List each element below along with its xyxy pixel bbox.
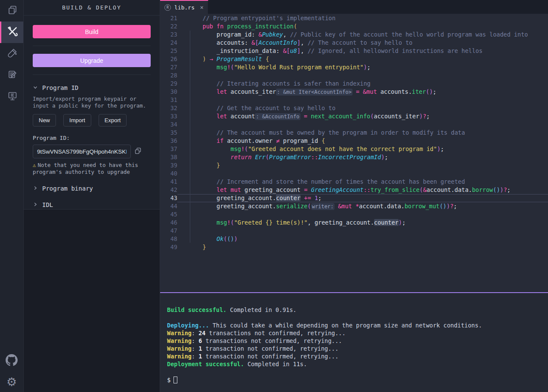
chevron-right-icon (33, 185, 38, 192)
line-number: 34 (160, 120, 177, 129)
idl-section-toggle[interactable]: IDL (33, 201, 151, 208)
code-text: greeting_account.counter += 1; (177, 194, 548, 202)
code-line[interactable]: 33 let account: &AccountInfo = next_acco… (160, 112, 548, 120)
sidebar-item-programs[interactable] (0, 86, 23, 108)
gear-icon: ⚙ (6, 376, 17, 388)
program-id-row (33, 145, 151, 158)
code-line[interactable]: 41 // Increment and store the number of … (160, 178, 548, 186)
code-text (177, 71, 548, 80)
line-number: 46 (160, 219, 177, 227)
code-text (177, 210, 548, 219)
code-line[interactable]: 21 // Program entrypoint's implementatio… (160, 14, 548, 22)
line-number: 25 (160, 47, 177, 55)
line-number: 44 (160, 202, 177, 210)
code-line[interactable]: 39 } (160, 161, 548, 170)
code-text: Ok(()) (177, 235, 548, 243)
sidebar-item-tutorials[interactable] (0, 65, 23, 86)
code-line[interactable]: 34 (160, 120, 548, 129)
code-line[interactable]: 26 ) → ProgramResult { (160, 55, 548, 63)
program-id-description: Import/export program keypair or input a… (33, 96, 151, 109)
code-line[interactable]: 30 let accounts_iter: &mut Iter<AccountI… (160, 88, 548, 96)
line-number: 35 (160, 129, 177, 137)
code-line[interactable]: 27 msg!("Hello World Rust program entryp… (160, 63, 548, 71)
code-line[interactable]: 28 (160, 71, 548, 80)
files-icon (7, 5, 18, 17)
code-line[interactable]: 45 (160, 210, 548, 219)
line-number: 22 (160, 22, 177, 31)
code-line[interactable]: 48 Ok(()) (160, 235, 548, 243)
code-text: accounts: &[AccountInfo], // The account… (177, 39, 548, 47)
sidebar-item-build-deploy[interactable] (0, 22, 23, 43)
code-text: greeting_account.serialize(writer: &mut … (177, 202, 548, 210)
code-text: pub fn process_instruction( (177, 22, 548, 31)
line-number: 32 (160, 104, 177, 112)
export-keypair-button[interactable]: Export (99, 114, 127, 127)
code-line[interactable]: 29 // Iterating accounts is safer than i… (160, 80, 548, 88)
sidebar-item-test[interactable] (0, 43, 23, 65)
code-line[interactable]: 31 (160, 96, 548, 104)
code-text: let accounts_iter: &mut Iter<AccountInfo… (177, 88, 548, 96)
line-number: 36 (160, 137, 177, 145)
code-text: // Increment and store the number of tim… (177, 178, 548, 186)
code-editor[interactable]: 21 // Program entrypoint's implementatio… (160, 14, 548, 292)
section-title: Program ID (42, 84, 78, 91)
line-number: 26 (160, 55, 177, 63)
line-number: 29 (160, 80, 177, 88)
close-tab-icon[interactable]: × (200, 4, 204, 11)
keypair-buttons: New Import Export (33, 114, 151, 127)
code-text: if account.owner ≠ program_id { (177, 137, 548, 145)
line-number: 40 (160, 170, 177, 178)
settings-button[interactable]: ⚙ (0, 371, 23, 392)
code-text: return Err(ProgramError::IncorrectProgra… (177, 153, 548, 161)
code-text: msg!("Greeted account does not have the … (177, 145, 548, 153)
program-binary-section-toggle[interactable]: Program binary (33, 185, 151, 192)
terminal-panel[interactable]: Build successful. Completed in 0.91s.Dep… (160, 293, 548, 392)
line-number: 28 (160, 71, 177, 80)
code-line[interactable]: 23 program_id: &Pubkey, // Public key of… (160, 31, 548, 39)
code-line[interactable]: 36 if account.owner ≠ program_id { (160, 137, 548, 145)
code-line[interactable]: 35 // The account must be owned by the p… (160, 129, 548, 137)
code-line[interactable]: 42 let mut greeting_account = GreetingAc… (160, 186, 548, 194)
indent-guide (190, 31, 190, 243)
terminal-prompt[interactable]: $ (167, 376, 541, 384)
code-line[interactable]: 37 msg!("Greeted account does not have t… (160, 145, 548, 153)
upgrade-button[interactable]: Upgrade (33, 54, 151, 67)
program-id-section-toggle[interactable]: Program ID (33, 84, 151, 91)
code-text: _instruction_data: &[u8], // Ignored, al… (177, 47, 548, 55)
rust-file-icon: R (164, 4, 171, 11)
program-id-input[interactable] (33, 145, 131, 158)
build-button[interactable]: Build (33, 25, 151, 38)
code-line[interactable]: 46 msg!("Greeted {} time(s)!", greeting_… (160, 219, 548, 227)
code-line[interactable]: 38 return Err(ProgramError::IncorrectPro… (160, 153, 548, 161)
new-keypair-button[interactable]: New (33, 114, 56, 127)
tab-lib-rs[interactable]: R lib.rs × (160, 0, 208, 14)
divider (33, 46, 151, 46)
code-line[interactable]: 43 greeting_account.counter += 1; (160, 194, 548, 202)
line-number: 42 (160, 186, 177, 194)
line-number: 47 (160, 227, 177, 235)
copy-icon (134, 147, 142, 156)
terminal-line: Warning: 1 transaction not confirmed, re… (167, 352, 541, 360)
github-button[interactable] (0, 351, 23, 371)
code-line[interactable]: 44 greeting_account.serialize(writer: &m… (160, 202, 548, 210)
panel-content: Build Upgrade Program ID Import/export p… (24, 15, 160, 210)
tab-file-name: lib.rs (174, 4, 195, 11)
code-line[interactable]: 47 (160, 227, 548, 235)
code-line[interactable]: 40 (160, 170, 548, 178)
code-line[interactable]: 22 pub fn process_instruction( (160, 22, 548, 31)
code-text: } (177, 161, 548, 170)
copy-program-id-button[interactable] (134, 147, 142, 156)
import-keypair-button[interactable]: Import (63, 114, 91, 127)
prompt-symbol: $ (167, 377, 170, 383)
tools-icon (7, 26, 18, 39)
code-line[interactable]: 25 _instruction_data: &[u8], // Ignored,… (160, 47, 548, 55)
line-number: 23 (160, 31, 177, 39)
code-text (177, 227, 548, 235)
code-line[interactable]: 24 accounts: &[AccountInfo], // The acco… (160, 39, 548, 47)
code-line[interactable]: 49 } (160, 243, 548, 251)
code-text: let account: &AccountInfo = next_account… (177, 112, 548, 120)
panel-title: BUILD & DEPLOY (24, 0, 160, 15)
code-line[interactable]: 32 // Get the account to say hello to (160, 104, 548, 112)
code-text: // The account must be owned by the prog… (177, 129, 548, 137)
sidebar-item-explorer[interactable] (0, 0, 23, 22)
